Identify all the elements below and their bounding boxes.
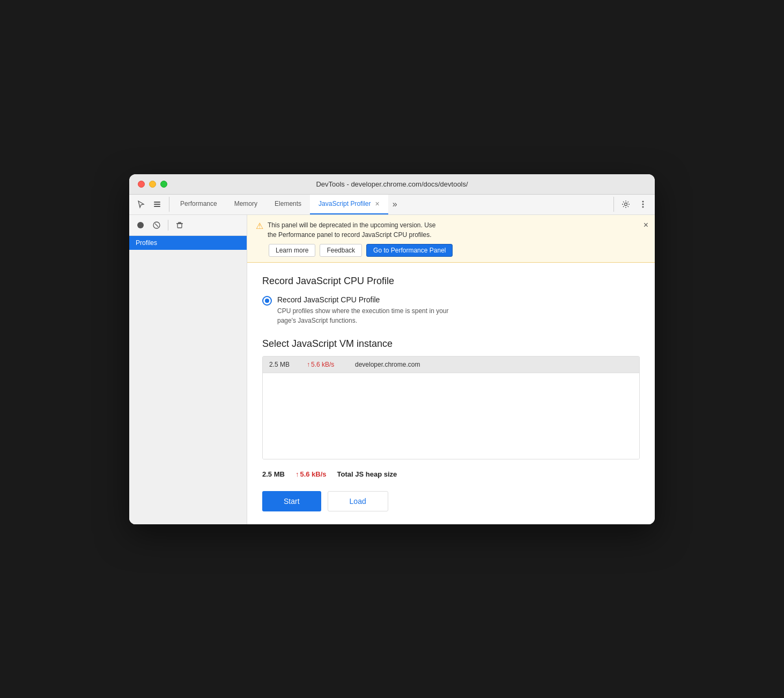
section2-title: Select JavaScript VM instance xyxy=(262,338,640,350)
stop-icon[interactable] xyxy=(150,218,164,232)
warning-icon: ⚠ xyxy=(256,221,263,231)
vm-speed: ↑5.6 kB/s xyxy=(307,361,344,368)
tab-close-icon[interactable]: × xyxy=(375,199,379,208)
radio-text: Record JavaScript CPU Profile CPU profil… xyxy=(277,295,448,325)
radio-label: Record JavaScript CPU Profile xyxy=(277,295,448,304)
svg-rect-1 xyxy=(154,204,160,205)
tab-list: Performance Memory Elements JavaScript P… xyxy=(172,195,611,214)
summary-row: 2.5 MB ↑5.6 kB/s Total JS heap size xyxy=(262,466,640,482)
learn-more-button[interactable]: Learn more xyxy=(269,244,315,257)
warning-close-button[interactable]: × xyxy=(644,220,648,230)
window-title: DevTools - developer.chrome.com/docs/dev… xyxy=(316,180,468,188)
svg-point-6 xyxy=(642,206,644,208)
warning-banner: ⚠ This panel will be deprecated in the u… xyxy=(247,215,655,263)
toolbar-icons xyxy=(134,197,169,212)
start-button[interactable]: Start xyxy=(262,491,321,511)
summary-size: 2.5 MB xyxy=(262,470,285,478)
cursor-icon[interactable] xyxy=(134,197,149,212)
toolbar-right xyxy=(613,197,650,212)
feedback-button[interactable]: Feedback xyxy=(320,244,362,257)
svg-point-3 xyxy=(625,203,627,206)
svg-rect-0 xyxy=(154,202,160,203)
tab-toolbar: Performance Memory Elements JavaScript P… xyxy=(129,195,655,215)
sidebar-divider xyxy=(168,220,168,231)
more-tabs-button[interactable]: » xyxy=(388,195,402,214)
summary-up-arrow-icon: ↑ xyxy=(295,470,299,478)
vm-size: 2.5 MB xyxy=(269,361,296,368)
svg-point-4 xyxy=(642,201,644,203)
vm-url: developer.chrome.com xyxy=(355,361,420,368)
warning-content: ⚠ This panel will be deprecated in the u… xyxy=(256,220,646,257)
tab-javascript-profiler[interactable]: JavaScript Profiler × xyxy=(310,195,388,214)
sidebar-item-profiles[interactable]: Profiles xyxy=(129,236,247,250)
trash-icon[interactable] xyxy=(173,218,187,232)
traffic-lights xyxy=(138,181,167,188)
main-content: Profiles ⚠ This panel will be deprecated… xyxy=(129,215,655,524)
titlebar: DevTools - developer.chrome.com/docs/dev… xyxy=(129,174,655,195)
more-options-icon[interactable] xyxy=(635,197,650,212)
tab-memory[interactable]: Memory xyxy=(226,195,266,214)
vm-instance-table: 2.5 MB ↑5.6 kB/s developer.chrome.com xyxy=(262,356,640,459)
radio-option[interactable]: Record JavaScript CPU Profile CPU profil… xyxy=(262,295,640,325)
tab-performance[interactable]: Performance xyxy=(172,195,226,214)
record-icon[interactable] xyxy=(134,218,147,232)
gear-icon[interactable] xyxy=(618,197,633,212)
maximize-button[interactable] xyxy=(160,181,167,188)
svg-line-9 xyxy=(155,224,158,227)
go-to-performance-panel-button[interactable]: Go to Performance Panel xyxy=(366,244,453,257)
section1-title: Record JavaScript CPU Profile xyxy=(262,276,640,287)
warning-buttons: Learn more Feedback Go to Performance Pa… xyxy=(269,244,646,257)
svg-point-7 xyxy=(137,222,144,228)
minimize-button[interactable] xyxy=(149,181,156,188)
warning-text: This panel will be deprecated in the upc… xyxy=(268,220,436,240)
radio-desc: CPU profiles show where the execution ti… xyxy=(277,306,448,325)
svg-rect-2 xyxy=(154,206,160,207)
close-button[interactable] xyxy=(138,181,145,188)
vm-instance-row[interactable]: 2.5 MB ↑5.6 kB/s developer.chrome.com xyxy=(263,357,639,373)
radio-inner xyxy=(265,299,269,303)
warning-text-row: ⚠ This panel will be deprecated in the u… xyxy=(256,220,646,240)
action-buttons: Start Load xyxy=(262,491,640,511)
radio-circle[interactable] xyxy=(262,296,272,306)
up-arrow-icon: ↑ xyxy=(307,361,310,368)
sidebar-toolbar xyxy=(129,215,247,236)
svg-rect-10 xyxy=(177,224,182,228)
load-button[interactable]: Load xyxy=(328,491,388,511)
svg-point-5 xyxy=(642,204,644,205)
summary-speed: ↑5.6 kB/s xyxy=(295,470,327,478)
summary-label: Total JS heap size xyxy=(337,470,397,478)
sidebar: Profiles xyxy=(129,215,247,524)
vm-empty-area xyxy=(263,373,639,459)
tab-elements[interactable]: Elements xyxy=(266,195,310,214)
devtools-window: DevTools - developer.chrome.com/docs/dev… xyxy=(129,174,655,524)
content-area: ⚠ This panel will be deprecated in the u… xyxy=(247,215,655,524)
content-body: Record JavaScript CPU Profile Record Jav… xyxy=(247,263,655,524)
layers-icon[interactable] xyxy=(150,197,165,212)
